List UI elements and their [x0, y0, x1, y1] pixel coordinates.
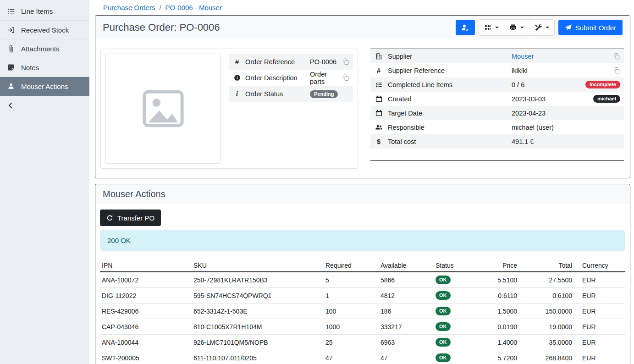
send-icon [565, 24, 572, 31]
cell-total: 150.0000 [519, 303, 574, 319]
detail-row-order-reference: # Order Reference PO-0006 [229, 54, 353, 70]
cell-currency: EUR [574, 303, 625, 319]
building-icon [374, 53, 383, 60]
cell-required: 1000 [324, 319, 379, 335]
chevron-down-icon [546, 27, 549, 28]
cell-sku: 250-72981KLRATR150B3 [192, 272, 324, 288]
chevron-down-icon [495, 27, 499, 28]
user-permissions-button[interactable] [456, 20, 475, 35]
image-placeholder-icon [139, 85, 187, 132]
sidebar-item-label: Mouser Actions [21, 83, 68, 90]
table-row: DIG-112022 595-SN74HCS74QPWRQ1 1 4812 OK… [100, 288, 625, 303]
hash-icon: # [374, 67, 383, 74]
sidebar-item-label: Received Stock [21, 26, 69, 34]
cell-price: 0.6110 [479, 288, 519, 303]
cell-sku: 611-110.107.011/0205 [192, 350, 324, 364]
detail-label: Order Description [245, 74, 306, 82]
col-header-available: Available [379, 259, 434, 272]
sidebar-item-notes[interactable]: Notes [0, 58, 89, 77]
info-row-total-cost: $ Total cost 491.1 € [370, 134, 624, 149]
cell-currency: EUR [574, 272, 625, 288]
info-value: michael (user) [512, 124, 620, 131]
cell-required: 25 [324, 335, 379, 350]
col-header-price: Price [479, 259, 519, 272]
calendar-icon [374, 110, 383, 116]
info-label: Completed Line Items [388, 81, 507, 88]
breadcrumb-link-current-order[interactable]: PO-0006 - Mouser [165, 4, 222, 11]
cell-price: 5.7200 [479, 350, 519, 364]
cell-available: 6963 [379, 335, 434, 350]
col-header-required: Required [324, 259, 379, 272]
info-label: Supplier [388, 53, 507, 60]
transfer-po-button[interactable]: Transfer PO [100, 210, 161, 226]
incomplete-badge: Incomplete [585, 81, 620, 88]
order-info-table: Supplier Mouser # Supplier Reference lkl… [370, 49, 624, 161]
sidebar-item-line-items[interactable]: Line Items [0, 2, 89, 21]
col-header-currency: Currency [574, 259, 625, 272]
cell-ipn: DIG-112022 [100, 288, 192, 303]
submit-order-button[interactable]: Submit Order [558, 20, 623, 35]
cell-price: 1.4000 [479, 335, 519, 350]
copy-icon[interactable] [342, 58, 349, 65]
cell-available: 5866 [379, 272, 434, 288]
table-row: ANA-100072 250-72981KLRATR150B3 5 5866 O… [100, 272, 625, 288]
info-value: 2023-03-03 [512, 95, 589, 103]
breadcrumb-link-purchase-orders[interactable]: Purchase Orders [103, 4, 155, 11]
detail-value: Pending [310, 90, 349, 98]
copy-icon[interactable] [613, 67, 620, 74]
chevron-down-icon [520, 27, 524, 28]
cell-required: 1 [324, 288, 379, 303]
header-actions: Submit Order [456, 19, 623, 36]
order-thumbnail[interactable] [105, 54, 221, 164]
info-row-supplier: Supplier Mouser [370, 49, 624, 63]
cell-currency: EUR [574, 335, 625, 350]
ok-badge: OK [436, 353, 451, 362]
copy-icon[interactable] [613, 53, 620, 60]
sidebar-item-attachments[interactable]: Attachments [0, 39, 89, 58]
purchase-order-header: Purchase Order: PO-0006 [95, 16, 630, 39]
cell-total: 0.6100 [519, 288, 574, 303]
table-row: CAP-043046 810-C1005X7R1H104M 1000 33321… [100, 319, 625, 335]
order-actions-menu-button[interactable] [529, 20, 554, 35]
cell-required: 47 [324, 350, 379, 364]
sidebar-item-mouser-actions[interactable]: Mouser Actions [0, 77, 89, 96]
cell-available: 4812 [379, 288, 434, 303]
user-badge: michael [593, 95, 620, 103]
cell-required: 5 [324, 272, 379, 288]
line-items-table: IPN SKU Required Available Status Price … [100, 259, 625, 364]
sidebar-item-received-stock[interactable]: Received Stock [0, 21, 89, 39]
cell-available: 47 [379, 350, 434, 364]
table-row: ANA-100044 926-LMC7101QM5/NOPB 25 6963 O… [100, 335, 625, 350]
user-check-icon [461, 24, 469, 32]
copy-icon[interactable] [342, 74, 349, 81]
cell-required: 100 [324, 303, 379, 319]
purchase-order-details: # Order Reference PO-0006 Order Descri [95, 39, 630, 178]
info-table-spacer [370, 149, 624, 160]
sidebar-item-label: Notes [21, 64, 39, 72]
cell-currency: EUR [574, 288, 625, 303]
detail-label: Order Status [245, 90, 306, 98]
col-header-ipn: IPN [100, 259, 192, 272]
cell-sku: 810-C1005X7R1H104M [192, 319, 324, 335]
print-menu-button[interactable] [504, 20, 529, 35]
cell-status: OK [434, 319, 479, 335]
cell-ipn: ANA-100072 [100, 272, 192, 288]
ok-badge: OK [436, 291, 451, 300]
chevron-left-icon [7, 102, 14, 109]
submit-order-label: Submit Order [575, 24, 616, 32]
order-details-table: # Order Reference PO-0006 Order Descri [229, 54, 353, 102]
transfer-po-label: Transfer PO [117, 214, 154, 222]
cell-sku: 926-LMC7101QM5/NOPB [192, 335, 324, 350]
breadcrumb-separator: / [159, 4, 161, 11]
cell-price: 0.0190 [479, 319, 519, 335]
detail-row-order-description: Order Description Order parts [229, 70, 353, 86]
cell-status: OK [434, 303, 479, 319]
ok-badge: OK [436, 322, 451, 331]
supplier-link[interactable]: Mouser [512, 53, 534, 60]
users-icon [374, 124, 383, 131]
info-row-completed-line-items: Completed Line Items 0 / 6 Incomplete [370, 77, 624, 92]
info-value: lklklkl [512, 67, 609, 74]
col-header-sku: SKU [192, 259, 324, 272]
barcode-menu-button[interactable] [479, 20, 504, 35]
sidebar-collapse-button[interactable] [0, 96, 89, 115]
